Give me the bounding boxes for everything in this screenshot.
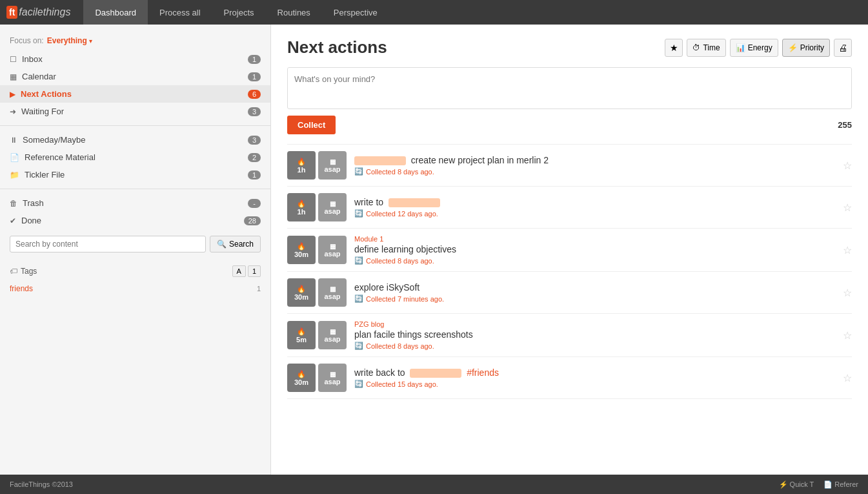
nav-process-all[interactable]: Process all [148,0,212,25]
footer-quick-t[interactable]: ⚡ Quick T [779,480,814,489]
task-title-6[interactable]: write back to #friends [354,367,836,378]
collect-count: 255 [838,120,852,130]
task-star-5[interactable]: ☆ [843,329,852,342]
search-button[interactable]: 🔍 Search [210,236,261,252]
fire-icon-3: 🔥 [297,242,306,251]
fire-icon-4: 🔥 [297,285,306,293]
tag-sort-alpha-button[interactable]: A [232,265,246,277]
inbox-count: 1 [248,55,261,64]
sidebar-item-next-actions[interactable]: ▶ Next Actions 6 [0,85,270,103]
sidebar-item-waiting-for[interactable]: ➜ Waiting For 3 [0,103,270,120]
priority-list-icon-4: ▦ [330,285,336,293]
nav-routines[interactable]: Routines [266,0,322,25]
play-icon: ▶ [10,90,15,99]
energy-filter-button[interactable]: 📊 Energy [730,39,778,57]
sidebar: Focus on: Everything ▾ ☐ Inbox 1 ▦ Calen… [0,25,271,475]
inbox-icon: ☐ [10,55,17,64]
task-star-6[interactable]: ☆ [843,372,852,384]
footer-referer[interactable]: 📄 Referer [823,480,858,489]
tags-section: 🏷 Tags A 1 friends 1 [0,259,270,302]
header-actions: ★ ⏱ Time 📊 Energy ⚡ Priority 🖨 [665,39,852,57]
task-meta-3: 🔄 Collected 8 days ago. [354,256,836,265]
sidebar-item-someday[interactable]: ⏸ Someday/Maybe 3 [0,131,270,149]
tag-sort-count-button[interactable]: 1 [248,265,261,277]
task-priority-button-1[interactable]: ▦ asap [318,151,347,180]
sidebar-waiting-label: Waiting For [21,107,248,116]
task-title-3[interactable]: define learning objectives [354,244,836,254]
sidebar-item-done[interactable]: ✔ Done 28 [0,212,270,229]
task-tag-6[interactable]: #friends [467,367,499,378]
capture-textarea[interactable] [288,68,851,107]
top-navigation: ft facilethings Dashboard Process all Pr… [0,0,868,25]
task-meta-1: 🔄 Collected 8 days ago. [354,167,836,176]
nav-dashboard[interactable]: Dashboard [83,0,148,25]
tickler-count: 1 [248,170,261,180]
task-star-3[interactable]: ☆ [843,244,852,256]
task-time-button-6[interactable]: 🔥 30m [287,364,316,392]
someday-count: 3 [248,136,261,145]
search-icon: 🔍 [217,240,227,249]
done-icon: ✔ [10,216,16,225]
tag-friends-name: friends [10,284,257,293]
task-meta-2: 🔄 Collected 12 days ago. [354,209,836,218]
collected-icon-1: 🔄 [354,167,363,176]
nav-perspective[interactable]: Perspective [322,0,389,25]
sidebar-item-calendar[interactable]: ▦ Calendar 1 [0,68,270,85]
collected-icon-6: 🔄 [354,380,363,388]
focus-on-value[interactable]: Everything [47,36,87,45]
capture-box [287,67,852,109]
task-title-blurred-6 [410,369,461,378]
task-title-2[interactable]: write to [354,197,836,207]
sidebar-item-tickler[interactable]: 📁 Tickler File 1 [0,166,270,183]
logo[interactable]: ft facilethings [6,6,70,19]
calendar-icon: ▦ [10,72,17,81]
task-priority-button-3[interactable]: ▦ asap [318,236,347,264]
task-priority-button-6[interactable]: ▦ asap [318,364,347,392]
footer-links: ⚡ Quick T 📄 Referer [779,480,858,489]
nav-projects[interactable]: Projects [212,0,266,25]
sidebar-tickler-label: Tickler File [25,170,248,180]
task-title-1[interactable]: create new project plan in merlin 2 [354,155,836,165]
task-time-button-4[interactable]: 🔥 30m [287,278,316,307]
task-meta-6: 🔄 Collected 15 days ago. [354,380,836,388]
task-meta-4: 🔄 Collected 7 minutes ago. [354,294,836,303]
priority-list-icon-5: ▦ [330,328,336,335]
table-row: 🔥 30m ▦ asap explore iSkySoft 🔄 Collecte… [287,272,852,314]
task-info-6: write back to #friends 🔄 Collected 15 da… [354,367,836,388]
priority-filter-button[interactable]: ⚡ Priority [782,39,830,57]
time-filter-button[interactable]: ⏱ Time [687,39,725,57]
fire-icon-2: 🔥 [297,200,306,208]
task-star-2[interactable]: ☆ [843,201,852,214]
priority-list-icon-6: ▦ [330,371,336,378]
task-time-button-1[interactable]: 🔥 1h [287,151,316,180]
sidebar-item-inbox[interactable]: ☐ Inbox 1 [0,50,270,68]
task-star-1[interactable]: ☆ [843,160,852,172]
table-row: 🔥 5m ▦ asap PZG blog plan facile things … [287,314,852,357]
search-input[interactable] [10,236,206,252]
collected-icon-3: 🔄 [354,256,363,265]
reference-icon: 📄 [10,153,19,162]
task-title-5[interactable]: plan facile things screenshots [354,329,836,340]
trash-count: - [248,199,261,208]
sidebar-item-reference[interactable]: 📄 Reference Material 2 [0,149,270,166]
collect-button[interactable]: Collect [287,116,336,134]
task-priority-button-4[interactable]: ▦ asap [318,278,347,307]
task-time-button-3[interactable]: 🔥 30m [287,236,316,264]
sidebar-calendar-label: Calendar [22,72,248,81]
task-priority-button-5[interactable]: ▦ asap [318,321,347,349]
table-row: 🔥 1h ▦ asap create new project plan in m… [287,145,852,187]
task-time-button-5[interactable]: 🔥 5m [287,321,316,349]
focus-on-label: Focus on: [10,36,44,45]
referer-icon: 📄 [823,480,833,489]
sidebar-item-trash[interactable]: 🗑 Trash - [0,194,270,212]
task-title-4[interactable]: explore iSkySoft [354,282,836,293]
main-layout: Focus on: Everything ▾ ☐ Inbox 1 ▦ Calen… [0,25,868,475]
task-priority-button-2[interactable]: ▦ asap [318,193,347,221]
task-star-4[interactable]: ☆ [843,287,852,299]
task-time-button-2[interactable]: 🔥 1h [287,193,316,221]
collected-icon-4: 🔄 [354,294,363,303]
table-row: 🔥 30m ▦ asap write back to #friends 🔄 [287,357,852,399]
star-filter-button[interactable]: ★ [665,39,683,57]
tag-friends[interactable]: friends 1 [10,282,261,295]
print-button[interactable]: 🖨 [834,39,852,57]
